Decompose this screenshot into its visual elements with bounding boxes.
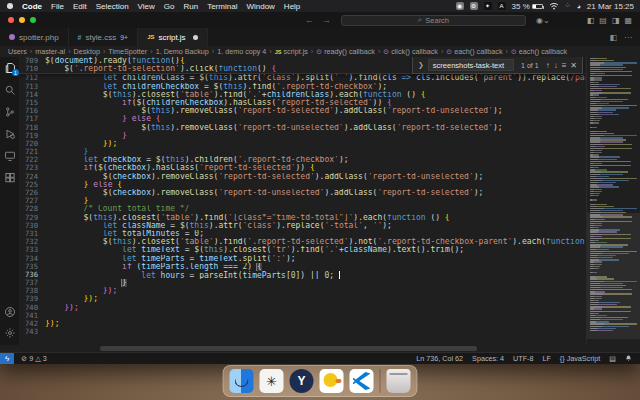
code-line[interactable]: 712 let childrenClass = $(this).attr('cl… xyxy=(19,74,586,82)
minimap-slider[interactable] xyxy=(587,213,640,340)
code-line[interactable]: 734 let timeParts = timeText.split(':'); xyxy=(19,255,586,263)
tab-style.css[interactable]: #style.css9+ xyxy=(69,28,139,46)
breadcrumb-item[interactable]: ›master-al xyxy=(29,47,65,56)
remote-explorer-icon[interactable] xyxy=(3,149,16,162)
battery-indicator[interactable]: 35 % xyxy=(512,2,543,11)
tab-spotter.php[interactable]: spotter.php xyxy=(0,28,69,46)
code-line[interactable]: 722 let checkbox = $(this).children('.re… xyxy=(19,156,586,164)
explorer-icon[interactable]: 1 xyxy=(3,61,16,74)
breadcrumb-item[interactable]: ›1. Demo Backup xyxy=(149,47,209,56)
code-line[interactable]: 725 } else { xyxy=(19,181,586,189)
layout-toggle-icon-1[interactable]: ▤ xyxy=(599,16,607,25)
previous-match-icon[interactable]: ↑ xyxy=(546,61,550,70)
command-center-search[interactable]: ⌕ Search xyxy=(341,15,526,26)
code-lines[interactable]: 712 let childrenClass = $(this).attr('cl… xyxy=(19,74,586,336)
close-window-button[interactable] xyxy=(8,17,14,23)
search-sidebar-icon[interactable] xyxy=(3,83,16,96)
code-line[interactable]: 733 let timeText = $(this).closest('tr')… xyxy=(19,246,586,254)
menu-item-selection[interactable]: Selection xyxy=(96,2,129,11)
utility-tray-icon[interactable]: ✦ xyxy=(484,2,492,10)
code-line[interactable]: 736 let hours = parseInt(timeParts[0]) |… xyxy=(19,271,586,279)
breadcrumb-item[interactable]: ›1. demo copy 4 xyxy=(211,47,267,56)
close-find-icon[interactable]: ✕ xyxy=(570,61,577,70)
screenshot-tray-icon[interactable]: ◉ xyxy=(456,2,464,10)
settings-tray-icon[interactable]: ⚙ xyxy=(470,2,478,10)
code-line[interactable]: 718 $(this).removeClass('report-td-unsel… xyxy=(19,124,586,132)
horizontal-scrollbar-thumb[interactable] xyxy=(100,346,477,351)
breadcrumb-item[interactable]: ›Desktop xyxy=(67,47,100,56)
code-editor[interactable]: 709$(document).ready(function(){710 $('.… xyxy=(19,57,586,345)
code-line[interactable]: 726 $(checkbox).removeClass('report-td-u… xyxy=(19,189,586,197)
menu-bar-clock[interactable]: 21 Mar 15:25 xyxy=(587,2,634,11)
breadcrumb-item[interactable]: ›⊙ready() callback xyxy=(310,47,375,56)
breadcrumb-item[interactable]: ›⊙each() callback xyxy=(505,47,568,56)
code-line[interactable]: 740 }); xyxy=(19,304,586,312)
split-editor-icon[interactable]: ◧ xyxy=(609,33,617,42)
code-line[interactable]: 741 xyxy=(19,312,586,320)
indentation-setting[interactable]: Spaces: 4 xyxy=(472,354,504,363)
tab-script.js[interactable]: JSscript.js xyxy=(138,28,207,46)
code-line[interactable]: 728 /* Count total time */ xyxy=(19,205,586,213)
menu-item-window[interactable]: Window xyxy=(246,2,274,11)
code-line[interactable]: 714 $(this).closest('table').find('.'+ch… xyxy=(19,91,586,99)
code-line[interactable]: 721 } xyxy=(19,148,586,156)
minimize-window-button[interactable] xyxy=(19,17,25,23)
breadcrumb-item[interactable]: ›⊙click() callback xyxy=(377,47,438,56)
notifications-bell-icon[interactable] xyxy=(625,355,632,362)
code-line[interactable]: 729 $(this).closest('table').find('[clas… xyxy=(19,214,586,222)
more-actions-icon[interactable]: ⋯ xyxy=(624,33,632,42)
menu-item-file[interactable]: File xyxy=(51,2,64,11)
menu-item-terminal[interactable]: Terminal xyxy=(207,2,237,11)
code-line[interactable]: 716 $(this).removeClass('report-td-selec… xyxy=(19,107,586,115)
trash-dock-icon[interactable] xyxy=(387,369,411,393)
encoding-setting[interactable]: UTF-8 xyxy=(513,354,533,363)
control-center-icon[interactable]: ⁘ xyxy=(565,2,571,10)
layout-toggle-icon-2[interactable]: ◨ xyxy=(612,16,620,25)
extensions-icon[interactable] xyxy=(3,171,16,184)
code-line[interactable]: 739 }); xyxy=(19,295,586,303)
menu-item-view[interactable]: View xyxy=(138,2,155,11)
code-line[interactable]: 713 let childrenCheckbox = $(this).find(… xyxy=(19,83,586,91)
code-line[interactable]: 731 let totalMinutes = 0; xyxy=(19,230,586,238)
cyberduck-dock-icon[interactable] xyxy=(320,369,344,393)
menu-item-edit[interactable]: Edit xyxy=(73,2,87,11)
code-line[interactable]: 724 $(checkbox).removeClass('report-td-s… xyxy=(19,173,586,181)
run-debug-icon[interactable] xyxy=(3,127,16,140)
feedback-icon[interactable]: ▤ xyxy=(609,354,616,363)
code-line[interactable]: 738 }); xyxy=(19,287,586,295)
copilot-menu-icon[interactable]: ◉⌄ xyxy=(536,16,550,25)
code-line[interactable]: 730 let className = $(this).attr('class'… xyxy=(19,222,586,230)
code-line[interactable]: 723 if($(checkbox).hasClass('report-td-s… xyxy=(19,164,586,172)
vscode-dock-icon[interactable] xyxy=(350,369,374,393)
eol-setting[interactable]: LF xyxy=(542,354,550,363)
settings-gear-icon[interactable] xyxy=(3,326,16,339)
breadcrumb-item[interactable]: ›TimeSpotter xyxy=(102,47,147,56)
apple-menu-icon[interactable] xyxy=(6,2,14,10)
code-line[interactable]: 719 } xyxy=(19,132,586,140)
code-line[interactable]: 732 $(this).closest('table').find('.repo… xyxy=(19,238,586,246)
navigate-back-icon[interactable]: ← xyxy=(305,15,314,25)
user-menu-icon[interactable]: ◕ xyxy=(577,3,581,10)
wifi-icon[interactable] xyxy=(549,2,559,10)
remote-indicator[interactable]: ϟ xyxy=(0,353,14,364)
horizontal-scrollbar[interactable] xyxy=(0,345,640,352)
menu-item-code[interactable]: Code xyxy=(22,2,42,11)
chatgpt-dock-icon[interactable]: ✳ xyxy=(260,369,284,393)
code-line[interactable]: 727 } xyxy=(19,197,586,205)
code-line[interactable]: 743 xyxy=(19,328,586,336)
breadcrumb-item[interactable]: ›JSscript.js xyxy=(268,47,308,56)
unsaved-changes-dot[interactable] xyxy=(193,35,198,40)
layout-toggle-icon-3[interactable]: ▦ xyxy=(624,16,632,25)
breadcrumb-item[interactable]: ›⊙each() callback xyxy=(440,47,503,56)
navigate-forward-icon[interactable]: → xyxy=(322,15,331,25)
breadcrumb-item[interactable]: Users xyxy=(8,47,27,56)
finder-dock-icon[interactable] xyxy=(230,369,254,393)
code-line[interactable]: 717 } else { xyxy=(19,115,586,123)
code-line[interactable]: 742}); xyxy=(19,320,586,328)
y-app-dock-icon[interactable]: Y xyxy=(290,369,314,393)
problems-indicator[interactable]: ⊘ 9 △ 3 xyxy=(21,354,47,363)
zoom-window-button[interactable] xyxy=(30,17,36,23)
find-input[interactable]: screenshots-task-text xyxy=(428,59,514,71)
menu-item-go[interactable]: Go xyxy=(164,2,175,11)
code-line[interactable]: 715 if($(childrenCheckbox).hasClass('rep… xyxy=(19,99,586,107)
